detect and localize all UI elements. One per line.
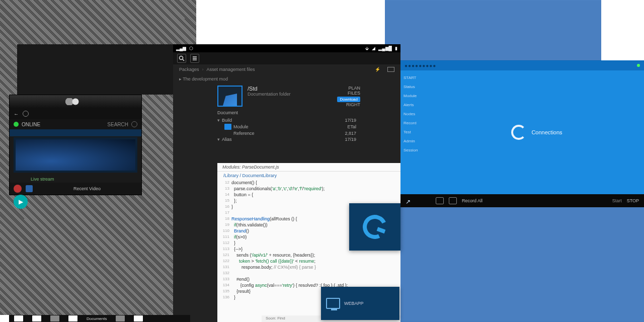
- search-icon[interactable]: [177, 54, 186, 63]
- sidebar-item[interactable]: START: [404, 75, 427, 80]
- media-titlebar[interactable]: [10, 95, 141, 108]
- dashboard-titlebar[interactable]: ●●●●●●●●●: [400, 60, 644, 70]
- taskbar-item[interactable]: [134, 315, 143, 321]
- install-button[interactable]: Download: [337, 97, 360, 102]
- package-hero: /Std Documentation folder PLAN FILES Dow…: [173, 84, 400, 109]
- back-icon[interactable]: ←: [13, 110, 20, 117]
- ide-toolbar: [173, 52, 400, 64]
- signal-bars-icon: ▂▄▆█: [378, 46, 392, 51]
- title-dots: ●●●●●●●●●: [405, 63, 436, 68]
- sidebar-item[interactable]: Session: [404, 148, 427, 152]
- screen-icon[interactable]: [449, 197, 457, 204]
- status-dot-icon: [14, 122, 19, 127]
- wave-logo-icon: [60, 98, 91, 105]
- tree-label: Alias: [222, 137, 232, 142]
- svg-point-0: [180, 56, 183, 60]
- footer-start[interactable]: Start: [612, 198, 622, 203]
- menu-icon[interactable]: [190, 54, 199, 63]
- record-badge-icon: [14, 185, 22, 193]
- bolt-icon[interactable]: ⚡: [375, 67, 380, 72]
- taskbar-item[interactable]: [14, 315, 23, 321]
- sidebar-item[interactable]: Record: [404, 121, 427, 125]
- app-badge-icon: [26, 185, 33, 192]
- battery-icon: ▮: [395, 46, 397, 51]
- tree-node[interactable]: ModuleETal: [217, 123, 356, 130]
- search-row[interactable]: [10, 129, 141, 136]
- signal-icon: ▂▄▆: [176, 46, 186, 51]
- brand-mini-label: WEBAPP: [344, 301, 364, 306]
- brand-mini-card[interactable]: WEBAPP: [321, 287, 399, 320]
- breadcrumb-path[interactable]: Asset management files: [207, 67, 255, 72]
- panel-left-dark: [17, 44, 173, 95]
- mobile-statusbar: ▂▄▆ ⬡ ⬙ ◢ ▂▄▆█ ▮: [173, 44, 400, 52]
- caret-icon: ▾: [217, 137, 220, 142]
- taskbar-item[interactable]: [32, 315, 41, 321]
- wifi-icon: ⬙: [365, 46, 369, 51]
- home-icon[interactable]: [23, 111, 29, 117]
- taskbar-item[interactable]: [50, 315, 59, 321]
- taskbar-item[interactable]: [116, 315, 125, 321]
- media-toolbar: ←: [10, 108, 141, 119]
- loading-ring-icon: [511, 125, 526, 140]
- thumb-caption: Live stream: [10, 174, 141, 183]
- tree-node[interactable]: ▾Build17/19: [217, 117, 356, 123]
- taskbar-label[interactable]: Documents: [87, 316, 107, 321]
- file-tree: ▾Build17/19 ModuleETal Reference2,817 ▾A…: [173, 116, 400, 143]
- sidebar-item[interactable]: Status: [404, 85, 427, 89]
- tree-label: Build: [222, 118, 232, 123]
- net-icon: ⬡: [189, 46, 193, 51]
- package-stats: PLAN FILES Download RIGHT: [337, 86, 360, 107]
- svg-line-1: [183, 59, 184, 61]
- status-label: ONLINE: [22, 122, 104, 127]
- package-subtitle: Documentation folder: [248, 92, 332, 97]
- dashboard-main: Connections: [430, 70, 644, 194]
- ide-window: ▂▄▆ ⬡ ⬙ ◢ ▂▄▆█ ▮ Packages › Asset manage…: [173, 44, 400, 322]
- footer-label[interactable]: Record All: [462, 198, 482, 203]
- tree-meta: 17/19: [345, 118, 356, 123]
- chevron-right-icon: ›: [202, 67, 204, 72]
- caret-icon: ▾: [217, 118, 220, 123]
- dashboard-footer: Record All Start STOP: [400, 194, 644, 207]
- taskbar-item[interactable]: [68, 315, 77, 321]
- sidebar-item[interactable]: Module: [404, 94, 427, 98]
- brand-logo-card[interactable]: [349, 203, 400, 251]
- bg-texture-blue-bottom: [400, 207, 644, 322]
- dashboard-sidebar: STARTStatusModuleAlertsNodesRecordTestAd…: [400, 70, 430, 194]
- tree-label: Reference: [233, 131, 255, 136]
- folder-icon: [224, 124, 231, 130]
- footer-stop[interactable]: STOP: [627, 198, 639, 203]
- editor-tab[interactable]: Modules: ParseDocument.js: [217, 163, 400, 172]
- sidebar-item[interactable]: Alerts: [404, 103, 427, 107]
- package-subheader: Document: [173, 109, 400, 116]
- media-window: ← ONLINE SEARCH ▶ Live stream Recent Vid…: [9, 95, 142, 195]
- tree-meta: ETal: [347, 124, 356, 129]
- options-icon[interactable]: [131, 121, 137, 127]
- monitor-icon: [326, 298, 340, 309]
- status-row[interactable]: ONLINE SEARCH: [10, 119, 141, 129]
- link-icon[interactable]: ↗: [406, 198, 411, 205]
- tree-node[interactable]: Reference2,817: [217, 130, 356, 136]
- stat-files: FILES: [337, 91, 360, 96]
- sidebar-item[interactable]: Test: [404, 130, 427, 134]
- sidebar-item[interactable]: Admin: [404, 139, 427, 143]
- package-title: /Std: [248, 86, 332, 92]
- section-label[interactable]: ▸ The development mod: [173, 74, 400, 84]
- breadcrumb-root[interactable]: Packages: [179, 67, 199, 72]
- dashboard-window: ●●●●●●●●● STARTStatusModuleAlertsNodesRe…: [400, 60, 644, 207]
- editor-path: /Library / DocumentLibrary: [217, 172, 400, 180]
- stat-plan: PLAN: [337, 86, 360, 91]
- tree-label: Module: [233, 124, 249, 129]
- tree-node[interactable]: ▾Alias17/19: [217, 136, 356, 142]
- media-bottom-row: Recent Video: [10, 183, 141, 195]
- status-led-icon: [637, 64, 640, 67]
- dashboard-center-label: Connections: [531, 129, 562, 135]
- tree-meta: 17/19: [345, 137, 356, 142]
- window-icon[interactable]: [387, 67, 394, 72]
- sidebar-item[interactable]: Nodes: [404, 112, 427, 116]
- video-thumbnail[interactable]: [14, 137, 137, 173]
- breadcrumb: Packages › Asset management files ⚡: [173, 64, 400, 74]
- taskbar[interactable]: Documents: [9, 315, 190, 322]
- play-button-icon[interactable]: ▶: [14, 195, 28, 209]
- camera-icon[interactable]: [436, 197, 444, 204]
- bottom-label[interactable]: Recent Video: [37, 186, 137, 191]
